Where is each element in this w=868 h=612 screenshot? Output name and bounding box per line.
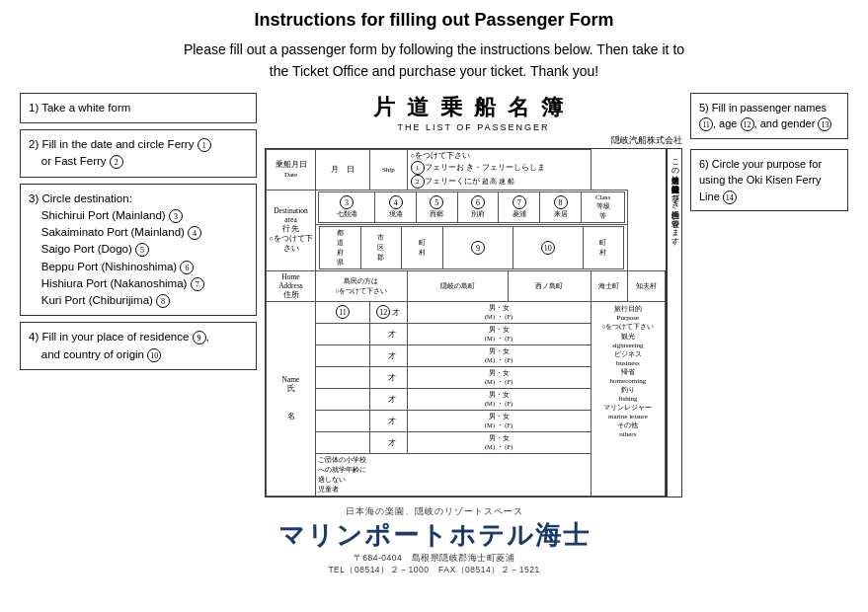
page: Instructions for filling out Passenger F… xyxy=(0,0,868,612)
footer: 日本海の楽園、隠岐のリゾートスペース マリンポートホテル海士 〒684-0404… xyxy=(20,505,848,576)
instruction-5: 5) Fill in passenger names 11, age 12, a… xyxy=(690,93,848,139)
content-area: 1) Take a white form 2) Fill in the date… xyxy=(20,93,848,497)
name-row5 xyxy=(316,388,370,410)
name-row7 xyxy=(316,431,370,453)
footer-address: 〒684-0404 島根県隠岐郡海士町菱浦 xyxy=(20,553,848,565)
age-row2: 才 xyxy=(370,323,408,344)
name-row4 xyxy=(316,366,370,388)
circle-instruction: ○をつけて下さい 1フェリーお き・フェリーしらしま 2フェリーくにが 超 高 … xyxy=(407,149,591,190)
gender-row3: 男・女(M) ・ (F) xyxy=(407,344,591,366)
instructions-left: 1) Take a white form 2) Fill in the date… xyxy=(20,93,257,370)
instruction-4: 4) Fill in your place of residence 9, an… xyxy=(20,322,257,370)
name-row6 xyxy=(316,410,370,431)
footer-tel: TEL（08514）２－1000 FAX（08514）２－1521 xyxy=(20,565,848,576)
footer-small-text: 日本海の楽園、隠岐のリゾートスペース xyxy=(20,505,848,518)
dest-5: 5西郷 xyxy=(416,191,457,222)
name-row3 xyxy=(316,344,370,366)
gender-row6: 男・女(M) ・ (F) xyxy=(407,410,591,431)
gender-row2: 男・女(M) ・ (F) xyxy=(407,323,591,344)
dest-6: 6別府 xyxy=(457,191,499,222)
age-row4: 才 xyxy=(370,366,408,388)
age-circle-12: 12 才 xyxy=(370,301,408,323)
class-label: Class等級等 xyxy=(581,191,624,222)
instruction-1: 1) Take a white form xyxy=(20,93,257,123)
home-address-label: HomeAddress住所 xyxy=(267,270,316,301)
form-center: 片道乗船名簿 THE LIST OF PASSENGER 隠岐汽船株式会社 乗船… xyxy=(265,93,682,497)
age-row3: 才 xyxy=(370,344,408,366)
page-title: Instructions for filling out Passenger F… xyxy=(20,10,848,31)
name-row2 xyxy=(316,323,370,344)
purpose-col: 旅行目的Purpose○をつけて下さい 観光sightseeing ビジネスbu… xyxy=(591,301,666,496)
name-circle-11: 11 xyxy=(316,301,370,323)
age-row7: 才 xyxy=(370,431,408,453)
dest-7: 7菱浦 xyxy=(499,191,540,222)
address-header: 都道府県 市区郡 町村 9 10 町村 xyxy=(316,224,628,270)
name-label: Name氏名 xyxy=(267,301,316,496)
dest-3: 3七類港 xyxy=(319,191,375,222)
kaisei-cho: 海士町 xyxy=(591,270,628,301)
oki-note: 島民の方は○をつけて下さい xyxy=(316,270,408,301)
dest-label: Destination area行 先○をつけて下さい xyxy=(267,190,316,270)
dest-4: 4境港 xyxy=(375,191,417,222)
main-form: 乗船月日Date 月 日 Ship ○をつけて下さい 1フェリーお き・フェリー… xyxy=(266,149,666,497)
form-inner: 乗船月日Date 月 日 Ship ○をつけて下さい 1フェリーお き・フェリー… xyxy=(265,148,667,497)
gender-row1: 男・女(M) ・ (F) xyxy=(407,301,591,323)
instructions-right: 5) Fill in passenger names 11, age 12, a… xyxy=(690,93,848,212)
instruction-6: 6) Circle your purpose for using the Oki… xyxy=(690,149,848,212)
dest-options: 3七類港 4境港 5西郷 6別府 7菱浦 8来居 Class等級等 xyxy=(316,190,628,224)
dest-8: 8来居 xyxy=(540,191,582,222)
instruction-2: 2) Fill in the date and circle Ferry 1 o… xyxy=(20,129,257,178)
nishinoshima: 西ノ島町 xyxy=(508,270,591,301)
gender-row7: 男・女(M) ・ (F) xyxy=(407,431,591,453)
date-label: 乗船月日Date xyxy=(267,149,316,190)
gender-row4: 男・女(M) ・ (F) xyxy=(407,366,591,388)
address-circle-10: 10 xyxy=(513,226,583,268)
address-circle-9: 9 xyxy=(442,226,513,268)
footer-logo: マリンポートホテル海士 xyxy=(20,518,848,553)
age-row5: 才 xyxy=(370,388,408,410)
date-fields: 月 日 xyxy=(316,149,370,190)
ship-label: Ship xyxy=(370,149,408,190)
subtitle: Please fill out a passenger form by foll… xyxy=(20,38,848,83)
oki-island: 隠岐の島町 xyxy=(407,270,508,301)
gender-row5: 男・女(M) ・ (F) xyxy=(407,388,591,410)
chibu-mura: 知夫村 xyxy=(628,270,666,301)
side-vertical-text: この乗船名簿は弊社個人情報保護方針に基づき合理的に管理します。 xyxy=(667,148,682,497)
group-note: ご団体の小学校への就学年齢に適しない児童者 xyxy=(316,453,592,496)
company-name: 隠岐汽船株式会社 xyxy=(265,134,682,147)
age-row6: 才 xyxy=(370,410,408,431)
instruction-3: 3) Circle destination: Shichirui Port (M… xyxy=(20,184,257,317)
form-title-en: THE LIST OF PASSENGER xyxy=(397,122,549,132)
form-wrapper: 乗船月日Date 月 日 Ship ○をつけて下さい 1フェリーお き・フェリー… xyxy=(265,148,682,497)
logo-text: マリンポートホテル海士 xyxy=(278,521,591,550)
form-title-ja: 片道乗船名簿 xyxy=(373,93,575,122)
